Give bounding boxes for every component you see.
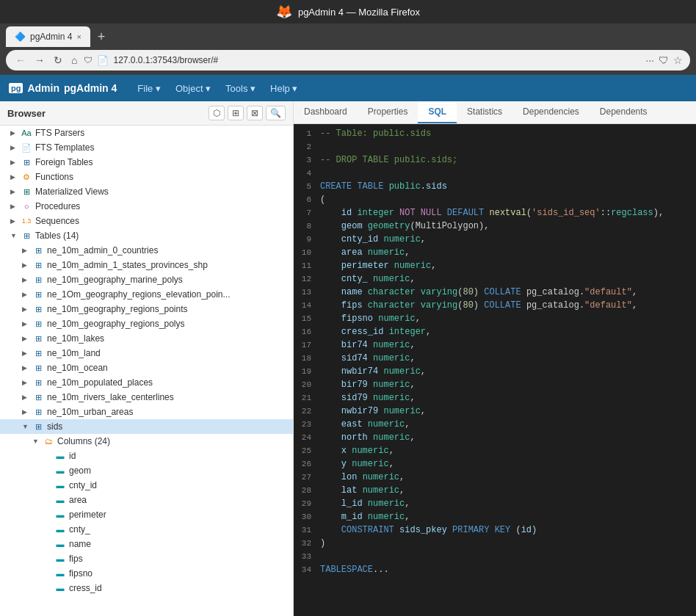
new-tab-button[interactable]: +: [93, 29, 110, 45]
table-rivers-label: ne_10m_rivers_lake_centerlines: [47, 392, 174, 402]
tables-label: Tables (14): [35, 231, 79, 241]
sidebar-tool-search[interactable]: 🔍: [266, 106, 286, 120]
sql-line-28: 28 lat numeric,: [294, 484, 696, 497]
browser-tab-active[interactable]: 🔷 pgAdmin 4 ×: [6, 26, 90, 47]
sequences-label: Sequences: [35, 216, 79, 226]
column-icon: ▬: [54, 539, 66, 549]
window-title: pgAdmin 4 — Mozilla Firefox: [298, 7, 420, 18]
tree-item-col-fipsno[interactable]: ▬ fipsno: [0, 566, 293, 581]
sql-line-8: 8 geom geometry(MultiPolygon),: [294, 220, 696, 233]
mat-views-label: Materialized Views: [35, 186, 109, 197]
tab-statistics[interactable]: Statistics: [457, 101, 512, 123]
forward-button[interactable]: →: [32, 54, 47, 66]
tree-item-table-land[interactable]: ▶ ⊞ ne_10m_land: [0, 346, 293, 360]
tree-item-foreign-tables[interactable]: ▶ ⊞ Foreign Tables: [0, 155, 293, 170]
tree-item-col-cress-id[interactable]: ▬ cress_id: [0, 581, 293, 595]
tree-item-table-sids[interactable]: ▼ ⊞ sids: [0, 419, 293, 434]
tab-dashboard[interactable]: Dashboard: [294, 101, 358, 123]
sidebar-tool-delete[interactable]: ⊠: [247, 106, 263, 120]
sidebar-tool-grid[interactable]: ⊞: [228, 106, 244, 120]
tab-dependencies[interactable]: Dependencies: [512, 101, 590, 123]
table-urban-label: ne_10m_urban_areas: [47, 407, 133, 417]
fts-parsers-icon: Aa: [21, 128, 32, 138]
tree-item-col-area[interactable]: ▬ area: [0, 493, 293, 507]
tree-item-procedures[interactable]: ▶ ○ Procedures: [0, 199, 293, 214]
tree-arrow: ▶: [22, 408, 32, 416]
tree-item-col-geom[interactable]: ▬ geom: [0, 463, 293, 478]
sql-line-21: 21 sid79 numeric,: [294, 391, 696, 405]
menu-file[interactable]: File ▾: [131, 80, 167, 97]
sql-line-18: 18 sid74 numeric,: [294, 352, 696, 365]
tree-arrow: ▶: [10, 129, 21, 137]
tree-item-fts-templates[interactable]: ▶ 📄 FTS Templates: [0, 140, 293, 155]
tree-item-table-rivers[interactable]: ▶ ⊞ ne_10m_rivers_lake_centerlines: [0, 390, 293, 405]
tree-item-col-name[interactable]: ▬ name: [0, 537, 293, 551]
tree-item-col-cnty[interactable]: ▬ cnty_: [0, 522, 293, 537]
col-geom-label: geom: [69, 465, 91, 476]
address-text[interactable]: 127.0.0.1:37543/browser/#: [113, 55, 641, 65]
shield-verify-icon[interactable]: 🛡: [659, 54, 669, 66]
tree-item-table-ocean[interactable]: ▶ ⊞ ne_10m_ocean: [0, 360, 293, 375]
address-bar[interactable]: ← → ↻ ⌂ 🛡 📄 127.0.0.1:37543/browser/# ··…: [6, 50, 690, 70]
home-button[interactable]: ⌂: [69, 54, 79, 66]
sql-line-9: 9 cnty_id numeric,: [294, 233, 696, 246]
column-icon: ▬: [54, 451, 66, 461]
tree-item-col-id[interactable]: ▬ id: [0, 449, 293, 463]
sql-line-27: 27 lon numeric,: [294, 471, 696, 484]
back-button[interactable]: ←: [13, 54, 28, 66]
tab-close-button[interactable]: ×: [76, 32, 81, 41]
tab-favicon: 🔷: [15, 32, 26, 42]
tree-item-table-lakes[interactable]: ▶ ⊞ ne_10m_lakes: [0, 331, 293, 346]
tree-item-functions[interactable]: ▶ ⚙ Functions: [0, 170, 293, 184]
firefox-icon: 🦊: [276, 4, 292, 20]
sql-line-30: 30 m_id numeric,: [294, 510, 696, 523]
sidebar-tool-schema[interactable]: ⬡: [209, 106, 225, 120]
table-populated-label: ne_10m_populated_places: [47, 377, 153, 388]
columns-label: Columns (24): [57, 436, 110, 446]
sql-line-6: 6 (: [294, 193, 696, 206]
table-lakes-label: ne_10m_lakes: [47, 333, 104, 344]
tree-arrow: ▼: [10, 232, 21, 239]
tree-item-table-populated[interactable]: ▶ ⊞ ne_10m_populated_places: [0, 375, 293, 390]
columns-icon: 🗂: [43, 436, 54, 446]
sql-line-19: 19 nwbir74 numeric,: [294, 365, 696, 378]
tree-item-table-regions-polys[interactable]: ▶ ⊞ ne_10m_geography_regions_polys: [0, 316, 293, 331]
tree-arrow: ▶: [22, 320, 32, 327]
tree-item-table-states[interactable]: ▶ ⊞ ne_10m_admin_1_states_provinces_shp: [0, 258, 293, 272]
sql-editor[interactable]: 1 -- Table: public.sids 2 3 -- DROP TABL…: [294, 124, 696, 616]
table-icon: ⊞: [32, 245, 44, 256]
tree-item-table-countries[interactable]: ▶ ⊞ ne_10m_admin_0_countries: [0, 243, 293, 258]
tab-dependents[interactable]: Dependents: [590, 101, 658, 123]
tree-item-table-urban[interactable]: ▶ ⊞ ne_10m_urban_areas: [0, 405, 293, 419]
tree-item-col-perimeter[interactable]: ▬ perimeter: [0, 507, 293, 522]
tree-arrow: ▶: [10, 159, 21, 166]
menu-object[interactable]: Object ▾: [170, 80, 217, 97]
tab-sql[interactable]: SQL: [418, 101, 457, 123]
sql-line-13: 13 name character varying(80) COLLATE pg…: [294, 286, 696, 299]
sidebar-tools: ⬡ ⊞ ⊠ 🔍: [209, 106, 286, 120]
sql-line-16: 16 cress_id integer,: [294, 325, 696, 338]
tree-item-columns[interactable]: ▼ 🗂 Columns (24): [0, 434, 293, 449]
more-button[interactable]: ···: [645, 54, 654, 66]
sidebar-title: Browser: [7, 108, 46, 119]
menu-tools[interactable]: Tools ▾: [220, 80, 261, 97]
tree-item-table-elevation[interactable]: ▶ ⊞ ne_1Om_geography_regions_elevation_p…: [0, 287, 293, 302]
tree-item-fts-parsers[interactable]: ▶ Aa FTS Parsers: [0, 126, 293, 140]
tree-arrow: ▶: [22, 394, 32, 401]
tab-properties[interactable]: Properties: [358, 101, 418, 123]
table-elevation-label: ne_1Om_geography_regions_elevation_poin.…: [47, 289, 231, 300]
tree-item-materialized-views[interactable]: ▶ ⊞ Materialized Views: [0, 184, 293, 199]
bookmark-icon[interactable]: ☆: [673, 54, 683, 66]
tree-item-table-regions-points[interactable]: ▶ ⊞ ne_10m_geography_regions_points: [0, 302, 293, 316]
browser-chrome: 🔷 pgAdmin 4 × + ← → ↻ ⌂ 🛡 📄 127.0.0.1:37…: [0, 23, 696, 75]
refresh-button[interactable]: ↻: [51, 54, 65, 66]
sql-line-33: 33: [294, 550, 696, 563]
tree-item-sequences[interactable]: ▶ 1.3 Sequences: [0, 214, 293, 228]
table-icon: ⊞: [32, 333, 44, 344]
tree-item-table-marine[interactable]: ▶ ⊞ ne_10m_geography_marine_polys: [0, 272, 293, 287]
menu-help[interactable]: Help ▾: [264, 80, 303, 97]
tree-item-tables[interactable]: ▼ ⊞ Tables (14): [0, 228, 293, 243]
tree-item-col-fips[interactable]: ▬ fips: [0, 551, 293, 566]
tree-item-col-cnty-id[interactable]: ▬ cnty_id: [0, 478, 293, 493]
table-icon: ⊞: [32, 377, 44, 388]
